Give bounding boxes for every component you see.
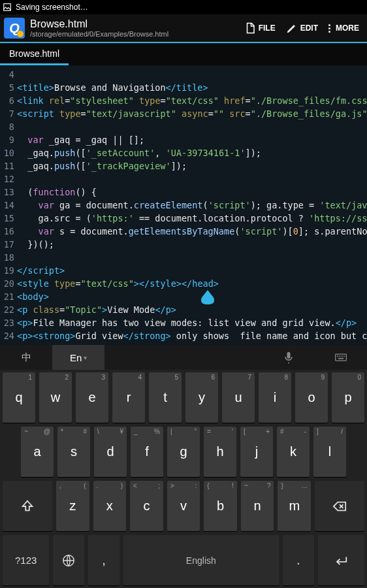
code-line[interactable]: 8 (0, 120, 367, 133)
app-icon[interactable]: Q (4, 18, 25, 39)
line-number: 5 (0, 81, 17, 94)
line-number: 11 (0, 159, 17, 172)
code-line[interactable]: 12 (0, 172, 367, 186)
line-number: 19 (0, 264, 17, 277)
lang-tab-english[interactable]: En ▾ (52, 345, 104, 370)
svg-rect-0 (4, 4, 11, 11)
mic-button[interactable] (263, 345, 315, 370)
key-z[interactable]: z(, (56, 481, 89, 531)
key-k[interactable]: k-# (277, 427, 310, 477)
backspace-key[interactable] (315, 481, 364, 531)
comma-key[interactable]: , (88, 535, 120, 585)
code-line[interactable]: 6<link rel="stylesheet" type="text/css" … (0, 94, 367, 107)
more-button[interactable]: MORE (325, 21, 363, 35)
key-q[interactable]: q1 (3, 372, 35, 423)
lang-tab-chinese[interactable]: 中 (0, 345, 52, 370)
code-line[interactable]: 11 _gaq.push(['_trackPageview']); (0, 159, 367, 172)
key-o[interactable]: o9 (295, 372, 328, 423)
enter-icon (334, 553, 348, 568)
key-d[interactable]: d¥\ (94, 427, 127, 477)
code-line[interactable]: 15 ga.src = ('https:' == document.locati… (0, 212, 367, 225)
tab-browse-html[interactable]: Browse.html (0, 44, 69, 65)
line-number: 8 (0, 120, 17, 133)
key-e[interactable]: e3 (76, 372, 108, 423)
key-row-1: q1w2e3r4t5y6u7i8o9p0 (3, 372, 364, 423)
code-line[interactable]: 9 var _gaq = _gaq || []; (0, 133, 367, 146)
key-l[interactable]: l/] (313, 427, 346, 477)
code-line[interactable]: 20<style type="text/css"></style></head> (0, 277, 367, 290)
key-c[interactable]: c;< (130, 481, 163, 531)
key-g[interactable]: g"| (167, 427, 200, 477)
key-h[interactable]: h'= (204, 427, 236, 477)
code-line[interactable]: 22<p class="Topic">View Mode</p> (0, 303, 367, 316)
code-line[interactable]: 5<title>Browse and Navigation</title> (0, 81, 367, 94)
mic-icon (282, 351, 295, 364)
line-number: 23 (0, 316, 17, 329)
symbols-key[interactable]: ?123 (3, 535, 49, 585)
line-number: 10 (0, 146, 17, 159)
svg-rect-2 (337, 356, 338, 357)
line-number: 4 (0, 68, 17, 81)
keyboard-settings-button[interactable] (315, 345, 367, 370)
key-p[interactable]: p0 (332, 372, 364, 423)
enter-key[interactable] (318, 535, 364, 585)
svg-rect-3 (340, 356, 341, 357)
line-number: 6 (0, 94, 17, 107)
code-line[interactable]: 24<p><strong>Grid view</strong> only sho… (0, 329, 367, 342)
code-line[interactable]: 23<p>File Manager has two view modes: li… (0, 316, 367, 329)
code-line[interactable]: 18 (0, 251, 367, 264)
code-line[interactable]: 19</script> (0, 264, 367, 277)
key-row-4: ?123 , English . (3, 535, 364, 585)
key-j[interactable]: j+[ (240, 427, 273, 477)
key-f[interactable]: f%_ (131, 427, 163, 477)
key-a[interactable]: a@~ (21, 427, 54, 477)
line-number: 15 (0, 212, 17, 225)
line-number: 12 (0, 172, 17, 186)
key-m[interactable]: m…} (278, 481, 311, 531)
code-line[interactable]: 17 })(); (0, 238, 367, 251)
code-line[interactable]: 13 (function() { (0, 186, 367, 199)
pencil-icon (286, 22, 298, 34)
code-line[interactable]: 16 var s = document.getElementsByTagName… (0, 225, 367, 238)
key-w[interactable]: w2 (39, 372, 72, 423)
code-line[interactable]: 7<script type="text/javascript" async=""… (0, 107, 367, 120)
key-n[interactable]: n?~ (241, 481, 274, 531)
globe-icon (61, 553, 76, 568)
svg-rect-5 (343, 356, 345, 357)
file-button[interactable]: FILE (240, 20, 279, 37)
key-b[interactable]: b!{ (204, 481, 237, 531)
shift-icon (20, 499, 35, 514)
key-s[interactable]: s#* (57, 427, 90, 477)
tab-bar: Browse.html (0, 43, 367, 65)
line-number: 16 (0, 225, 17, 238)
image-icon (3, 3, 12, 12)
key-t[interactable]: t5 (149, 372, 182, 423)
line-number: 21 (0, 290, 17, 303)
code-line[interactable]: 21<body> (0, 290, 367, 303)
key-x[interactable]: x). (93, 481, 127, 531)
space-key[interactable]: English (123, 535, 279, 585)
code-line[interactable]: 14 var ga = document.createElement('scri… (0, 199, 367, 212)
file-icon (244, 22, 256, 34)
line-number: 22 (0, 303, 17, 316)
shift-key[interactable] (3, 481, 52, 531)
code-line[interactable]: 4 (0, 68, 367, 81)
key-i[interactable]: i8 (259, 372, 291, 423)
code-editor[interactable]: 45<title>Browse and Navigation</title>6<… (0, 65, 367, 345)
code-line[interactable]: 10 _gaq.push(['_setAccount', 'UA-3973416… (0, 146, 367, 159)
statusbar-text: Saving screenshot… (16, 3, 88, 12)
key-r[interactable]: r4 (112, 372, 145, 423)
edit-button[interactable]: EDIT (282, 20, 322, 37)
keyboard-topbar: 中 En ▾ (0, 345, 367, 370)
globe-key[interactable] (53, 535, 84, 585)
cursor-handle[interactable] (201, 287, 214, 304)
period-key[interactable]: . (283, 535, 314, 585)
app-toolbar: Q Browse.html /storage/emulated/0/Exampl… (0, 14, 367, 43)
line-number: 9 (0, 133, 17, 146)
file-name: Browse.html (30, 18, 240, 30)
key-v[interactable]: v:> (167, 481, 200, 531)
key-u[interactable]: u7 (222, 372, 255, 423)
key-y[interactable]: y6 (185, 372, 218, 423)
soft-keyboard: 中 En ▾ q1w2e3r4t5y6u7i8o9p0 a@~s#*d¥\f%_… (0, 345, 367, 588)
svg-rect-6 (338, 358, 343, 359)
